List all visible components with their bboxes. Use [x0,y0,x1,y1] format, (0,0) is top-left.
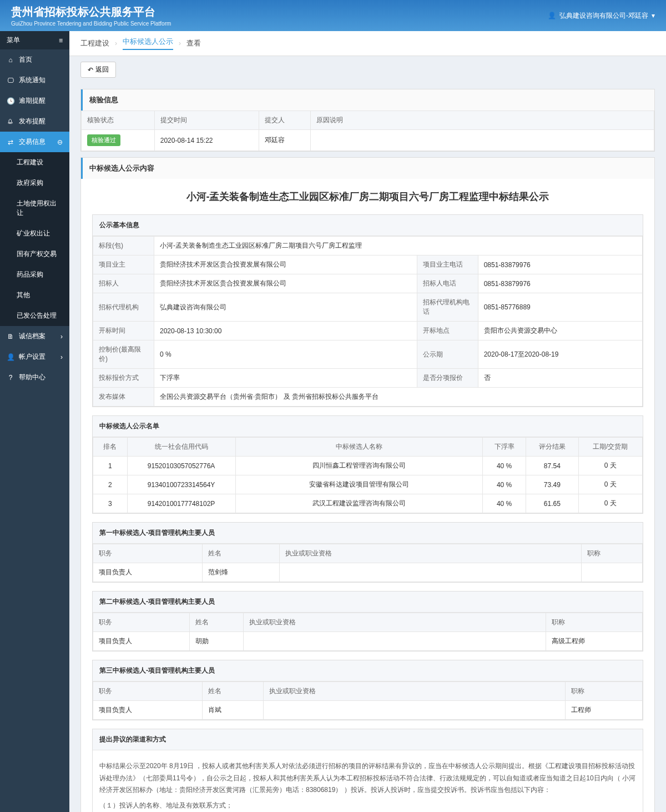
table-header: 提交时间 [154,111,259,130]
sidebar-label: 交易信息 [19,137,46,147]
cell-rate: 40 % [483,457,526,475]
menu-label: 菜单 [7,36,20,45]
field-value: 全国公共资源交易平台（贵州省·贵阳市） 及 贵州省招标投标公共服务平台 [154,388,643,407]
user-icon: 👤 [548,12,556,19]
sidebar-item-notice[interactable]: 🖵 系统通知 [0,70,69,91]
table-header: 职务 [93,544,203,563]
field-value: 弘典建设咨询有限公司 [154,293,417,322]
table-row: 191520103057052776A四川恒鑫工程管理咨询有限公司40 %87.… [93,457,643,475]
breadcrumb-separator: › [179,39,181,47]
table-header: 统一社会信用代码 [127,438,235,457]
sidebar-item-help[interactable]: ? 帮助中心 [0,367,69,388]
cell-rate: 40 % [483,494,526,513]
cell-name: 武汉工程建设监理咨询有限公司 [235,494,483,513]
table-row: 开标时间2020-08-13 10:30:00开标地点贵阳市公共资源交易中心 [93,322,643,340]
sidebar-sub-gov[interactable]: 政府采购 [0,173,69,193]
field-label: 发布媒体 [93,388,154,407]
cell-rank: 3 [93,494,128,513]
field-label: 标段(包) [93,237,154,255]
field-label: 项目业主电话 [417,255,478,274]
user-info[interactable]: 👤 弘典建设咨询有限公司-邓廷容 ▾ [548,11,655,21]
objection-title: 提出异议的渠道和方式 [93,729,643,750]
table-header: 中标候选人名称 [235,438,483,457]
sidebar-item-publish[interactable]: 🕭 发布提醒 [0,111,69,132]
back-button[interactable]: ↶ 返回 [80,62,116,78]
field-label: 招标代理机构电话 [417,293,478,322]
chevron-right-icon: › [60,333,63,340]
field-label: 项目业主 [93,255,154,274]
reason [310,130,654,151]
content: 工程建设 › 中标候选人公示 › 查看 ↶ 返回 核验信息 核验状态 提交时间 … [69,31,666,812]
menu-toggle-icon[interactable]: ≡ [59,37,63,44]
cell-name: 肖斌 [203,701,264,720]
table-header: 排名 [93,438,128,457]
field-value: 贵阳经济技术开发区贵合投资发展有限公司 [154,255,417,274]
sidebar-sub-state[interactable]: 国有产权交易 [0,244,69,264]
sidebar-item-overdue[interactable]: 🕓 逾期提醒 [0,91,69,111]
cell-period: 0 天 [578,475,642,494]
cell-period: 0 天 [578,494,642,513]
sidebar-sub-mining[interactable]: 矿业权出让 [0,223,69,244]
exchange-icon: ⇄ [7,138,14,146]
cell-name: 范剑烽 [203,563,280,582]
breadcrumb-item[interactable]: 中标候选人公示 [123,37,173,50]
cell-qualification [244,632,546,651]
cell-qualification [263,701,566,720]
table-header: 评分结果 [526,438,578,457]
field-label: 开标时间 [93,322,154,340]
field-label: 开标地点 [417,322,478,340]
field-value: 0851-83879976 [478,274,642,293]
field-value: 贵阳市公共资源交易中心 [478,322,642,340]
basic-info-panel: 公示基本信息 标段(包)小河-孟关装备制造生态工业园区标准厂房二期项目六号厂房工… [92,214,643,407]
cell-title: 工程师 [566,701,643,720]
table-header: 姓名 [203,544,280,563]
field-value: 否 [478,369,642,388]
sidebar-sub-other[interactable]: 其他 [0,285,69,305]
submit-time: 2020-08-14 15:22 [154,130,259,151]
field-value: 0851-85776889 [478,293,642,322]
sidebar-sub-published[interactable]: 已发公告处理 [0,305,69,326]
content-section-title: 中标候选人公示内容 [81,158,654,179]
table-header: 职务 [93,682,203,701]
table-row: 391420100177748102P武汉工程建设监理咨询有限公司40 %61.… [93,494,643,513]
cell-code: 91420100177748102P [127,494,235,513]
field-label: 公示期 [417,340,478,369]
field-value: 0 % [154,340,417,369]
field-label: 招标人电话 [417,274,478,293]
user-icon: 👤 [7,353,14,361]
sidebar-sub-drug[interactable]: 药品采购 [0,264,69,285]
cell-code: 91520103057052776A [127,457,235,475]
breadcrumb: 工程建设 › 中标候选人公示 › 查看 [69,31,666,56]
chevron-right-icon: › [60,353,63,361]
table-row: 招标人贵阳经济技术开发区贵合投资发展有限公司招标人电话0851-83879976 [93,274,643,293]
breadcrumb-separator: › [115,39,117,47]
personnel-title: 第二中标候选人-项目管理机构主要人员 [93,592,643,613]
table-header: 提交人 [259,111,311,130]
sidebar-item-credit[interactable]: 🗎 诚信档案 › [0,326,69,347]
sidebar-header: 菜单 ≡ [0,31,69,49]
table-row: 291340100723314564Y安徽省科达建设项目管理有限公司40 %73… [93,475,643,494]
sidebar-label: 发布提醒 [19,117,46,126]
sidebar-label: 系统通知 [19,76,46,85]
sidebar-sub-land[interactable]: 土地使用权出让 [0,193,69,223]
cell-position: 项目负责人 [93,701,203,720]
personnel-title: 第三中标候选人-项目管理机构主要人员 [93,660,643,681]
status-badge: 核验通过 [87,134,120,146]
table-header: 执业或职业资格 [279,544,582,563]
field-value: 下浮率 [154,369,417,388]
table-header: 职称 [566,682,643,701]
cell-score: 73.49 [526,475,578,494]
sidebar-item-transaction[interactable]: ⇄ 交易信息 ⊖ [0,132,69,152]
verify-table: 核验状态 提交时间 提交人 原因说明 核验通过 2020-08-14 15:22… [81,111,654,151]
basic-info-table: 标段(包)小河-孟关装备制造生态工业园区标准厂房二期项目六号厂房工程监理项目业主… [93,236,643,407]
field-label: 是否分项报价 [417,369,478,388]
personnel-panel: 第二中标候选人-项目管理机构主要人员职务姓名执业或职业资格职称项目负责人胡勋高级… [92,591,643,651]
sidebar-item-account[interactable]: 👤 帐户设置 › [0,347,69,367]
sidebar-item-home[interactable]: ⌂ 首页 [0,49,69,70]
cell-code: 91340100723314564Y [127,475,235,494]
field-value: 2020-08-17至2020-08-19 [478,340,642,369]
table-header: 职称 [546,613,642,632]
table-header: 职称 [582,544,643,563]
sidebar-sub-construction[interactable]: 工程建设 [0,152,69,173]
breadcrumb-item[interactable]: 工程建设 [80,38,109,48]
